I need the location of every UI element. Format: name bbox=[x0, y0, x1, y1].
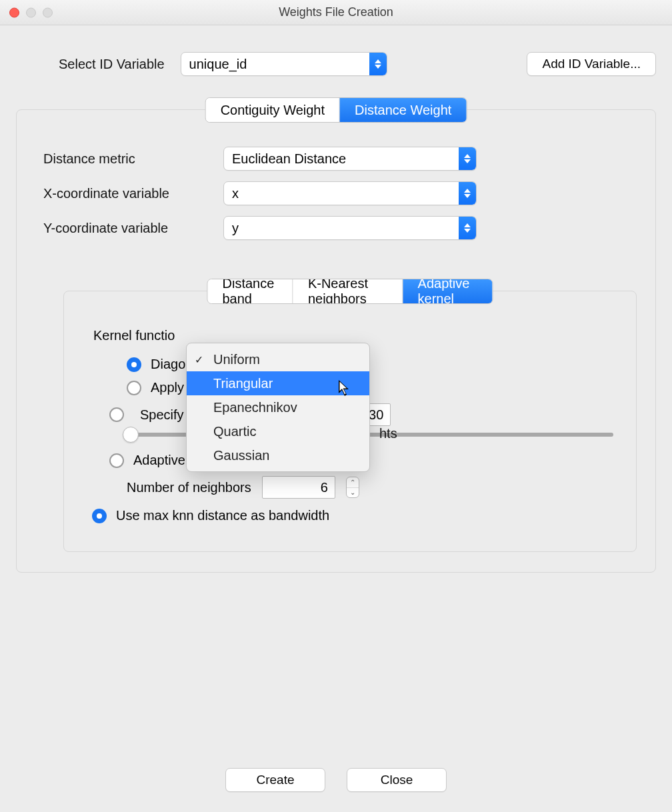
weight-type-tabs: Contiguity Weight Distance Weight bbox=[205, 97, 467, 123]
adaptive-bandwidth-radio[interactable] bbox=[109, 453, 124, 468]
select-stepper-icon bbox=[459, 147, 476, 170]
zoom-window-button[interactable] bbox=[43, 7, 53, 17]
distance-metric-value: Euclidean Distance bbox=[224, 151, 459, 167]
dropdown-item-label: Gaussian bbox=[213, 448, 270, 463]
apply-kernel-radio[interactable] bbox=[127, 381, 141, 395]
x-coord-label: X-coordinate variable bbox=[43, 186, 223, 201]
weights-panel: Contiguity Weight Distance Weight Distan… bbox=[16, 109, 656, 573]
minimize-window-button[interactable] bbox=[26, 7, 36, 17]
neighbors-stepper[interactable]: ⌃ ⌄ bbox=[346, 477, 359, 498]
apply-kernel-label-tail: hts bbox=[379, 426, 397, 441]
distance-metric-row: Distance metric Euclidean Distance bbox=[43, 147, 629, 171]
dropdown-item-quartic[interactable]: Quartic bbox=[187, 419, 369, 443]
x-coord-select[interactable]: x bbox=[223, 181, 477, 205]
svg-marker-0 bbox=[375, 59, 381, 63]
tab-distance-weight[interactable]: Distance Weight bbox=[340, 98, 466, 122]
svg-marker-2 bbox=[464, 154, 471, 158]
distance-metric-select[interactable]: Euclidean Distance bbox=[223, 147, 477, 171]
checkmark-icon: ✓ bbox=[195, 353, 203, 366]
kernel-function-row: Kernel functio bbox=[93, 328, 620, 343]
add-id-variable-button[interactable]: Add ID Variable... bbox=[527, 52, 656, 76]
use-max-knn-label: Use max knn distance as bandwidth bbox=[116, 508, 329, 523]
id-variable-select[interactable]: unique_id bbox=[181, 52, 387, 76]
y-coord-label: Y-coordinate variable bbox=[43, 221, 223, 236]
stepper-down-icon[interactable]: ⌄ bbox=[347, 488, 359, 498]
stepper-up-icon[interactable]: ⌃ bbox=[347, 477, 359, 488]
svg-marker-1 bbox=[375, 65, 381, 69]
dropdown-item-label: Uniform bbox=[213, 352, 260, 367]
distance-metric-label: Distance metric bbox=[43, 151, 223, 167]
svg-marker-4 bbox=[464, 189, 471, 193]
dropdown-item-label: Epanechnikov bbox=[213, 400, 297, 415]
use-max-knn-row: Use max knn distance as bandwidth bbox=[92, 508, 620, 523]
y-coord-value: y bbox=[224, 221, 459, 236]
tab-distance-band[interactable]: Distance band bbox=[208, 279, 293, 303]
footer-buttons: Create Close bbox=[0, 768, 672, 792]
number-of-neighbors-row: Number of neighbors 6 ⌃ ⌄ bbox=[127, 476, 620, 499]
id-variable-value: unique_id bbox=[181, 57, 369, 72]
apply-kernel-label-partial: Apply bbox=[151, 380, 184, 395]
dropdown-item-gaussian[interactable]: Gaussian bbox=[187, 443, 369, 467]
tab-contiguity-weight[interactable]: Contiguity Weight bbox=[206, 98, 340, 122]
distance-method-tabs: Distance band K-Nearest neighbors Adapti… bbox=[207, 279, 493, 304]
y-coord-row: Y-coordinate variable y bbox=[43, 216, 629, 240]
svg-marker-7 bbox=[464, 229, 471, 233]
bandwidth-slider-thumb[interactable] bbox=[123, 427, 139, 443]
kernel-function-dropdown: ✓ Uniform Triangular Epanechnikov Quarti… bbox=[186, 343, 370, 472]
tab-adaptive-kernel[interactable]: Adaptive kernel bbox=[403, 279, 493, 303]
diagonal-weights-radio[interactable] bbox=[127, 357, 141, 372]
diagonal-weights-label-partial: Diago bbox=[151, 357, 185, 372]
use-max-knn-radio[interactable] bbox=[92, 509, 107, 523]
y-coord-select[interactable]: y bbox=[223, 216, 477, 240]
svg-marker-5 bbox=[464, 194, 471, 198]
close-button[interactable]: Close bbox=[347, 768, 447, 792]
x-coord-value: x bbox=[224, 186, 459, 201]
select-stepper-icon bbox=[459, 182, 476, 205]
dropdown-item-label: Triangular bbox=[213, 376, 273, 391]
tab-k-nearest-neighbors[interactable]: K-Nearest neighbors bbox=[293, 279, 403, 303]
window-title: Weights File Creation bbox=[0, 5, 672, 19]
traffic-lights bbox=[9, 7, 53, 17]
x-coord-row: X-coordinate variable x bbox=[43, 181, 629, 205]
close-window-button[interactable] bbox=[9, 7, 19, 17]
dropdown-item-label: Quartic bbox=[213, 424, 256, 439]
content: Select ID Variable unique_id Add ID Vari… bbox=[0, 25, 672, 573]
create-button[interactable]: Create bbox=[225, 768, 325, 792]
number-of-neighbors-label: Number of neighbors bbox=[127, 480, 251, 495]
titlebar: Weights File Creation bbox=[0, 0, 672, 25]
metric-rows: Distance metric Euclidean Distance X-coo… bbox=[17, 110, 655, 271]
select-stepper-icon bbox=[459, 217, 476, 239]
select-stepper-icon bbox=[369, 53, 387, 75]
svg-marker-3 bbox=[464, 159, 471, 163]
specify-bandwidth-radio[interactable] bbox=[109, 407, 124, 422]
id-variable-row: Select ID Variable unique_id Add ID Vari… bbox=[16, 52, 656, 76]
svg-marker-6 bbox=[464, 223, 471, 227]
cursor-icon bbox=[339, 380, 352, 397]
dropdown-item-uniform[interactable]: ✓ Uniform bbox=[187, 347, 369, 371]
number-of-neighbors-input[interactable]: 6 bbox=[262, 476, 335, 499]
select-id-label: Select ID Variable bbox=[59, 57, 165, 72]
kernel-function-label: Kernel functio bbox=[93, 328, 175, 343]
dropdown-item-epanechnikov[interactable]: Epanechnikov bbox=[187, 395, 369, 419]
